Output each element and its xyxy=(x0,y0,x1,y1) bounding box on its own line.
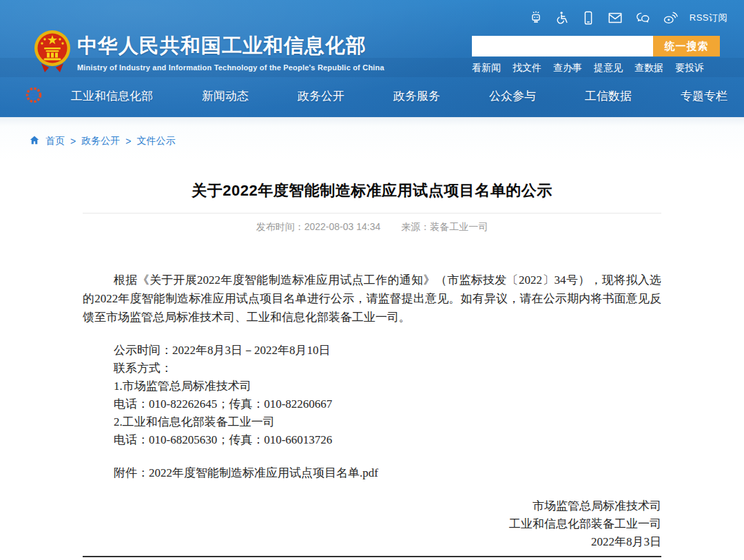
nav-item-public-participation[interactable]: 公众参与 xyxy=(484,88,541,104)
site-subtitle-english: Ministry of Industry and Information Tec… xyxy=(77,63,384,72)
site-title: 中华人民共和国工业和信息化部 xyxy=(77,32,384,60)
page: RSS订阅 中华人民共和国 xyxy=(0,0,744,560)
wechat-icon[interactable] xyxy=(634,10,651,25)
search-input[interactable] xyxy=(472,36,653,56)
contact-phones-1: 电话：010-82262645；传真：010-82260667 xyxy=(83,395,661,413)
publish-time: 发布时间：2022-08-03 14:34 xyxy=(256,221,381,235)
quick-link-data[interactable]: 查数据 xyxy=(634,62,663,74)
rss-subscribe-link[interactable]: RSS订阅 xyxy=(690,12,727,24)
quick-link-suggestions[interactable]: 提意见 xyxy=(594,62,623,74)
publish-info: 发布时间：2022-08-03 14:34 来源：装备工业一司 xyxy=(83,221,661,235)
national-emblem-logo[interactable] xyxy=(32,29,72,77)
unified-search-button[interactable]: 统一搜索 xyxy=(653,36,720,56)
publish-source: 来源：装备工业一司 xyxy=(401,221,488,235)
site-header: RSS订阅 中华人民共和国 xyxy=(0,0,744,117)
notice-period: 公示时间：2022年8月3日－2022年8月10日 xyxy=(83,342,661,360)
main-navigation: 工业和信息化部 新闻动态 政务公开 政务服务 公众参与 工信数据 专题专栏 xyxy=(65,81,733,110)
article-paragraph: 根据《关于开展2022年度智能制造标准应用试点工作的通知》（市监标技发〔2022… xyxy=(83,271,661,326)
attachment-label: 附件： xyxy=(114,466,149,479)
breadcrumb-separator: > xyxy=(70,136,76,147)
nav-item-gov-disclosure[interactable]: 政务公开 xyxy=(292,88,350,104)
attachment-pdf-link[interactable]: 2022年度智能制造标准应用试点项目名单.pdf xyxy=(149,466,378,479)
nav-item-miit[interactable]: 工业和信息化部 xyxy=(65,88,158,104)
article: 关于2022年度智能制造标准应用试点项目名单的公示 发布时间：2022-08-0… xyxy=(83,180,661,557)
quick-link-news[interactable]: 看新闻 xyxy=(472,62,501,74)
nav-item-gov-services[interactable]: 政务服务 xyxy=(388,88,446,104)
title-divider xyxy=(83,213,661,214)
topbar-utility-icons: RSS订阅 xyxy=(528,10,727,25)
breadcrumb-document-notice[interactable]: 文件公示 xyxy=(136,135,175,147)
weibo-icon[interactable] xyxy=(662,10,679,25)
breadcrumb-section: 首页 > 政务公开 > 文件公示 xyxy=(0,117,744,160)
home-icon[interactable] xyxy=(29,135,40,147)
quick-link-complaints[interactable]: 要投诉 xyxy=(675,62,704,74)
signature-date: 2022年8月3日 xyxy=(83,533,661,551)
contact-phones-2: 电话：010-68205630；传真：010-66013726 xyxy=(83,431,661,449)
contact-org-1: 1.市场监管总局标准技术司 xyxy=(83,377,661,395)
breadcrumb-separator: > xyxy=(125,136,131,147)
breadcrumb-gov-disclosure[interactable]: 政务公开 xyxy=(81,135,120,147)
mail-icon[interactable] xyxy=(607,10,623,25)
contact-heading: 联系方式： xyxy=(83,360,661,377)
contact-org-2: 2.工业和信息化部装备工业一司 xyxy=(83,413,661,431)
site-logo-home-link[interactable]: 中华人民共和国工业和信息化部 Ministry of Industry and … xyxy=(77,32,384,72)
search-bar: 统一搜索 xyxy=(472,36,720,56)
miit-e-logo-icon[interactable] xyxy=(25,86,43,107)
article-body: 根据《关于开展2022年度智能制造标准应用试点工作的通知》（市监标技发〔2022… xyxy=(83,271,661,551)
quick-link-documents[interactable]: 找文件 xyxy=(513,62,541,74)
nav-item-news[interactable]: 新闻动态 xyxy=(196,88,254,104)
attachment-line: 附件：2022年度智能制造标准应用试点项目名单.pdf xyxy=(83,464,661,482)
quick-links: 看新闻 找文件 查办事 提意见 查数据 要投诉 xyxy=(472,62,704,74)
robot-assistant-icon[interactable] xyxy=(528,10,544,25)
nav-item-special-topics[interactable]: 专题专栏 xyxy=(675,88,733,104)
signature-org-2: 工业和信息化部装备工业一司 xyxy=(83,515,661,533)
quick-link-services[interactable]: 查办事 xyxy=(553,62,582,74)
breadcrumb: 首页 > 政务公开 > 文件公示 xyxy=(29,135,175,147)
accessibility-icon[interactable] xyxy=(555,10,570,25)
signature-org-1: 市场监管总局标准技术司 xyxy=(83,497,661,515)
nav-item-industry-data[interactable]: 工信数据 xyxy=(579,88,637,104)
breadcrumb-home[interactable]: 首页 xyxy=(45,135,65,147)
article-title: 关于2022年度智能制造标准应用试点项目名单的公示 xyxy=(83,180,661,201)
mobile-icon[interactable] xyxy=(581,10,596,25)
